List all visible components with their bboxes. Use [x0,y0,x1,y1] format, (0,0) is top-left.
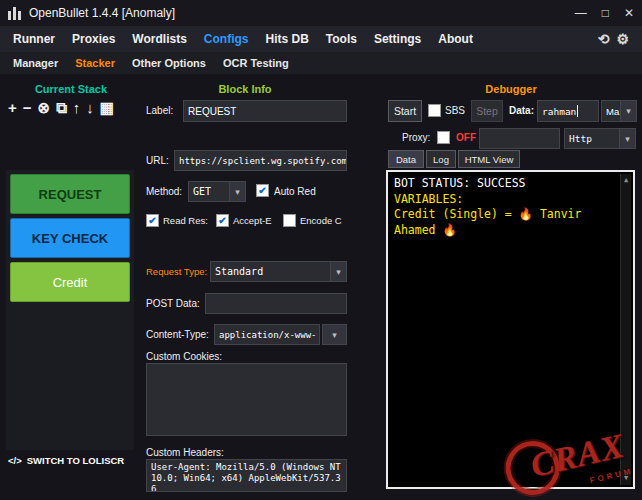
custom-cookies-label: Custom Cookies: [146,351,222,362]
submenu-ocr-testing[interactable]: OCR Testing [223,57,289,69]
move-up-icon[interactable]: ↑ [73,98,81,118]
check-icon: ✔ [148,216,156,226]
history-icon[interactable]: ⟲ [598,31,610,47]
custom-headers-label: Custom Headers: [146,447,224,458]
output-scrollbar[interactable]: ▲ ▼ [620,174,631,485]
bot-status-line: BOT STATUS: SUCCESS [394,176,615,192]
auto-redirect-label: Auto Red [274,186,316,197]
method-value: GET [189,182,229,201]
menu-tools[interactable]: Tools [326,32,357,46]
custom-cookies-textarea[interactable] [146,363,347,436]
wordlist-type-value: Ma: [602,101,620,121]
debugger-header: Debugger [386,83,636,95]
url-label: URL: [146,155,169,166]
menu-settings[interactable]: Settings [374,32,421,46]
block-info-header: Block Info [140,83,350,95]
proxy-type-dropdown[interactable]: Http ▾ [564,128,636,149]
auto-redirect-checkbox[interactable]: ✔ [256,184,269,197]
remove-block-icon[interactable]: − [23,98,32,118]
minimize-button[interactable]: — [575,0,587,26]
encode-content-checkbox[interactable] [283,214,296,227]
chevron-down-icon: ▾ [330,262,346,281]
check-icon: ✔ [258,186,266,196]
proxy-status-badge: OFF [456,132,476,143]
data-label: Data: [509,105,534,116]
menu-hitsdb[interactable]: Hits DB [265,32,308,46]
sbs-label: SBS [445,105,465,116]
chevron-down-icon: ▾ [229,182,245,201]
custom-headers-textarea[interactable]: User-Agent: Mozilla/5.0 (Windows NT 10.0… [146,459,347,492]
stack-block-keycheck[interactable]: KEY CHECK [10,218,130,258]
menu-runner[interactable]: Runner [13,32,55,46]
method-dropdown[interactable]: GET ▾ [188,181,246,202]
stack-panel: REQUEST KEY CHECK Credit [6,170,134,450]
save-config-icon[interactable]: ▦ [100,98,114,118]
content-type-label: Content-Type: [146,329,209,340]
submenu-other-options[interactable]: Other Options [132,57,206,69]
debugger-data-input[interactable]: rahman [537,100,599,122]
openbullet-logo-icon [8,6,21,20]
proxy-input[interactable] [479,128,560,149]
post-data-input[interactable] [205,293,347,314]
debugger-output: BOT STATUS: SUCCESS VARIABLES: Credit (S… [386,170,635,489]
request-type-value: Standard [211,262,330,281]
menu-wordlists[interactable]: Wordlists [132,32,186,46]
switch-to-loliscript-button[interactable]: </> SWITCH TO LOLISCR [8,455,124,466]
label-field-label: Label: [146,105,173,116]
variables-line: VARIABLES: [394,192,615,208]
menu-proxies[interactable]: Proxies [72,32,115,46]
scroll-up-icon[interactable]: ▲ [624,176,628,185]
content-type-input[interactable]: application/x-www- [214,324,320,345]
chevron-down-icon: ▾ [620,101,636,121]
post-data-label: POST Data: [146,298,200,309]
titlebar: OpenBullet 1.4.4 [Anomaly] — □ ✕ [0,0,642,26]
accept-encoding-checkbox[interactable]: ✔ [216,214,229,227]
url-input[interactable]: https://spclient.wg.spotify.com, [174,150,347,171]
read-response-label: Read Res: [163,215,208,226]
scroll-down-icon[interactable]: ▼ [624,474,628,483]
gear-icon[interactable]: ⚙ [616,31,629,47]
request-type-dropdown[interactable]: Standard ▾ [210,261,347,282]
clear-stack-icon[interactable]: ⊗ [38,98,51,118]
submenu-manager[interactable]: Manager [13,57,58,69]
main-menu: Runner Proxies Wordlists Configs Hits DB… [0,26,642,52]
step-button[interactable]: Step [471,100,503,122]
content-type-dropdown[interactable]: ▾ [322,324,347,345]
menu-about[interactable]: About [438,32,473,46]
proxy-label: Proxy: [402,132,430,143]
clone-block-icon[interactable]: ⧉ [56,98,67,118]
check-icon: ✔ [218,216,226,226]
openbullet-window: OpenBullet 1.4.4 [Anomaly] — □ ✕ Runner … [0,0,642,500]
proxy-type-value: Http [565,129,619,148]
configs-submenu: Manager Stacker Other Options OCR Testin… [0,52,642,74]
current-stack-header: Current Stack [6,83,136,95]
proxy-checkbox[interactable] [437,131,450,144]
tab-log[interactable]: Log [426,150,456,168]
menu-configs[interactable]: Configs [204,32,249,46]
stack-block-credit[interactable]: Credit [10,262,130,302]
capture-line: Credit (Single) = 🔥 Tanvir Ahamed 🔥 [394,207,615,238]
encode-content-label: Encode C [300,215,342,226]
wordlist-type-dropdown[interactable]: Ma: ▾ [601,100,637,122]
request-type-label: Request Type: [146,266,207,277]
text-caret [577,105,578,117]
read-response-checkbox[interactable]: ✔ [146,214,159,227]
stack-toolbar: + − ⊗ ⧉ ↑ ↓ ▦ [8,98,114,118]
maximize-button[interactable]: □ [602,0,609,26]
block-label-input[interactable]: REQUEST [183,100,347,122]
code-icon: </> [8,455,22,466]
tab-html-view[interactable]: HTML View [458,150,520,168]
sbs-checkbox[interactable] [428,104,441,117]
switch-label: SWITCH TO LOLISCR [27,455,124,466]
chevron-down-icon: ▾ [323,325,346,344]
data-value: rahman [542,106,576,117]
tab-data[interactable]: Data [388,150,424,168]
start-button[interactable]: Start [388,100,422,122]
chevron-down-icon: ▾ [619,129,635,148]
stack-block-request[interactable]: REQUEST [10,174,130,214]
move-down-icon[interactable]: ↓ [86,98,94,118]
close-button[interactable]: ✕ [624,0,634,26]
add-block-icon[interactable]: + [8,98,17,118]
submenu-stacker[interactable]: Stacker [75,57,115,69]
accept-encoding-label: Accept-E [233,215,272,226]
